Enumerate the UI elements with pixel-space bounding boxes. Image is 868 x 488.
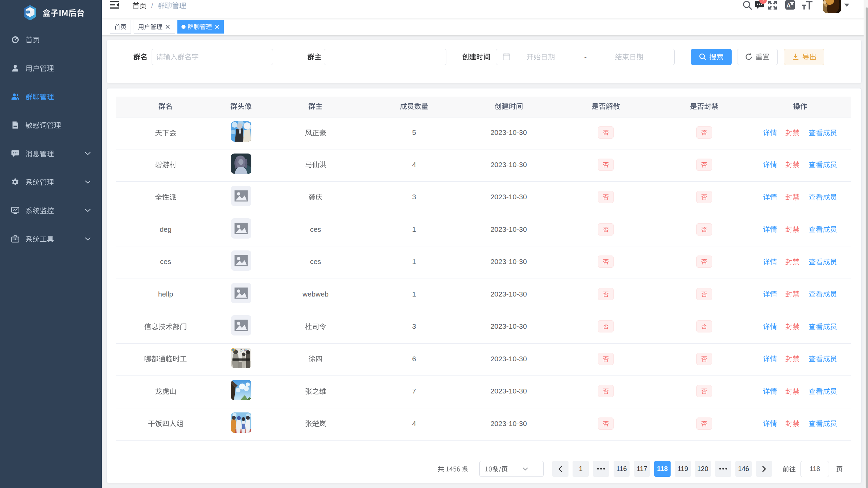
- svg-text:(0_0): (0_0): [239, 348, 247, 352]
- svg-text:A: A: [786, 2, 790, 9]
